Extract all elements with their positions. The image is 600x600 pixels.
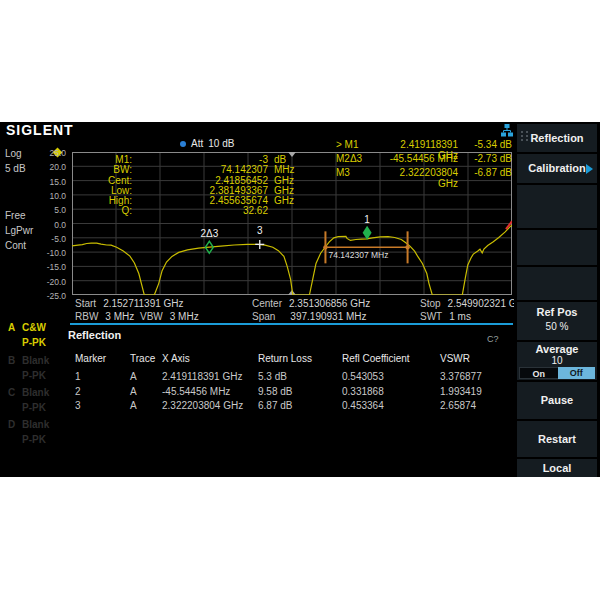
stop-freq: Stop2.549902321 GHz — [420, 298, 529, 309]
menu-grip-dots — [521, 131, 529, 141]
sidebar-empty-cell — [517, 230, 597, 265]
table-header-row: MarkerTraceX AxisReturn LossRefl Coeffic… — [0, 353, 520, 366]
attenuation-readout: Att 10 dB — [180, 138, 234, 149]
trigger-label: Free — [5, 210, 26, 221]
submenu-arrow-icon — [586, 164, 593, 174]
marker-bw-info-panel: M1:-3dB BW:74.142307MHz Cent:2.41856452G… — [90, 155, 320, 217]
sweep-mode-label: Cont — [5, 240, 26, 251]
siglent-logo: SIGLENT — [6, 122, 74, 138]
toggle-off[interactable]: Off — [558, 367, 596, 379]
att-status-dot-icon — [180, 141, 186, 147]
soft-menu-sidebar: Reflection Calibration Ref Pos 50 % Aver… — [514, 122, 600, 477]
svg-text:1: 1 — [364, 214, 370, 225]
restart-button[interactable]: Restart — [517, 421, 597, 457]
local-button[interactable]: Local — [517, 459, 597, 477]
analyzer-screen: SIGLENT Att 10 dB Log 5 dB Free LgPwr Co… — [0, 122, 600, 477]
table-row: 2A-45.54456 MHz9.58 dB0.3318681.993419 — [0, 386, 520, 399]
average-value: 10 — [517, 355, 597, 366]
start-freq: Start2.152711391 GHz — [75, 298, 184, 309]
swt-value: SWT1 ms — [420, 311, 471, 322]
menu-title: Reflection — [517, 124, 597, 152]
center-freq: Center2.351306856 GHz — [252, 298, 370, 309]
amp-type-label: Log — [5, 148, 22, 159]
rbw-value: RBW3 MHz — [75, 311, 134, 322]
att-value: 10 dB — [208, 138, 234, 149]
scale-label: 5 dB — [5, 163, 26, 174]
span-value: Span397.190931 MHz — [252, 311, 367, 322]
table-title: Reflection — [68, 329, 121, 341]
svg-text:2Δ3: 2Δ3 — [200, 228, 218, 239]
svg-text:74.142307 MHz: 74.142307 MHz — [328, 250, 388, 260]
att-label: Att — [191, 138, 203, 149]
pause-button[interactable]: Pause — [517, 382, 597, 419]
table-row: 3A2.322203804 GHz6.87 dB0.4533642.65874 — [0, 400, 520, 413]
table-row: 1A2.419118391 GHz5.3 dB0.5430533.376877 — [0, 371, 520, 384]
vbw-value: VBW3 MHz — [140, 311, 199, 322]
ref-pos-value: 50 % — [517, 318, 597, 332]
y-axis-labels: 25.020.015.010.05.00.0-5.0-10.0-15.0-20.… — [34, 152, 68, 295]
toggle-on[interactable]: On — [519, 367, 558, 379]
sidebar-empty-cell — [517, 267, 597, 300]
section-divider — [70, 323, 513, 325]
cal-indicator: C? — [487, 334, 499, 344]
average-on-off-toggle: On Off — [519, 367, 595, 379]
average-button[interactable]: Average 10 On Off — [517, 342, 597, 380]
marker-readout-m3: M32.322203804 GHz-6.87 dB — [336, 167, 512, 189]
ref-pos-button[interactable]: Ref Pos 50 % — [517, 302, 597, 340]
calibration-button[interactable]: Calibration — [517, 154, 597, 183]
power-mode-label: LgPwr — [5, 225, 33, 236]
svg-text:3: 3 — [257, 225, 263, 236]
marker-readout-m2d3: M2Δ3-45.54456 MHz-2.73 dB — [336, 153, 512, 164]
sidebar-empty-cell — [517, 185, 597, 228]
